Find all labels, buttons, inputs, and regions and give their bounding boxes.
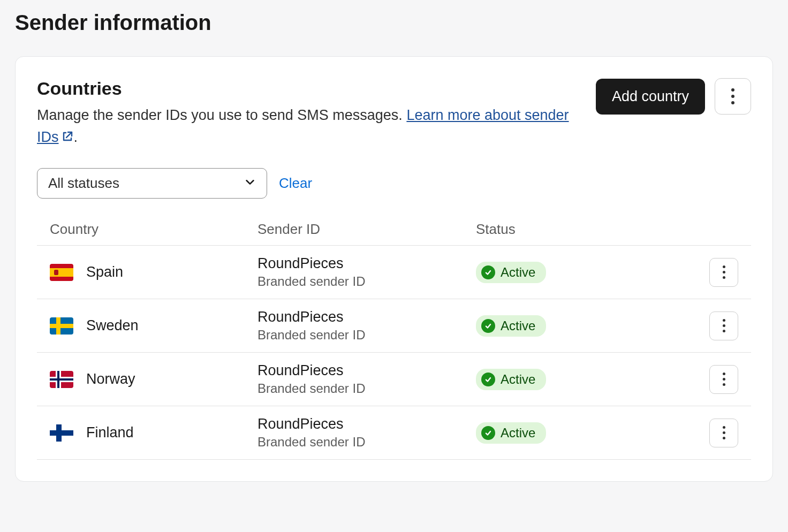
col-status: Status (476, 221, 686, 238)
status-filter-select[interactable]: All statuses (37, 168, 267, 199)
sender-cell: RoundPiecesBranded sender ID (257, 416, 472, 450)
more-vertical-icon (723, 265, 725, 279)
flag-icon (50, 424, 73, 442)
row-actions (690, 258, 738, 287)
country-name: Norway (86, 371, 135, 387)
status-cell: Active (476, 315, 686, 337)
sender-id-value: RoundPieces (257, 309, 472, 325)
card-description-prefix: Manage the sender IDs you use to send SM… (37, 107, 406, 123)
row-actions (690, 311, 738, 340)
sender-id-value: RoundPieces (257, 362, 472, 379)
card-description: Manage the sender IDs you use to send SM… (37, 104, 587, 149)
table-row: SwedenRoundPiecesBranded sender IDActive (37, 299, 751, 353)
country-name: Spain (86, 264, 123, 280)
flag-icon (50, 371, 73, 388)
status-badge: Active (476, 422, 546, 444)
row-actions (690, 419, 738, 447)
card-description-suffix: . (74, 129, 78, 145)
countries-card: Countries Manage the sender IDs you use … (15, 56, 773, 482)
country-cell: Norway (50, 371, 253, 388)
more-vertical-icon (723, 319, 725, 332)
status-cell: Active (476, 262, 686, 283)
col-country: Country (50, 221, 253, 238)
flag-icon (50, 264, 73, 281)
status-text: Active (501, 372, 535, 387)
country-name: Sweden (86, 317, 139, 334)
sender-type-label: Branded sender ID (257, 328, 472, 343)
country-cell: Sweden (50, 317, 253, 335)
filter-row: All statuses Clear (37, 168, 751, 199)
more-vertical-icon (723, 373, 725, 386)
country-cell: Spain (50, 264, 253, 281)
sender-cell: RoundPiecesBranded sender ID (257, 255, 472, 289)
more-vertical-icon (723, 426, 725, 439)
clear-filters-link[interactable]: Clear (279, 175, 312, 192)
sender-type-label: Branded sender ID (257, 435, 472, 450)
col-sender-id: Sender ID (257, 221, 472, 238)
check-circle-icon (481, 426, 495, 440)
status-filter-value: All statuses (48, 175, 119, 192)
chevron-down-icon (244, 175, 256, 192)
table-header: Country Sender ID Status (37, 214, 751, 246)
status-text: Active (501, 318, 535, 333)
sender-type-label: Branded sender ID (257, 381, 472, 396)
card-header-text: Countries Manage the sender IDs you use … (37, 78, 587, 149)
status-badge: Active (476, 262, 546, 283)
country-cell: Finland (50, 424, 253, 442)
check-circle-icon (481, 373, 495, 386)
sender-id-value: RoundPieces (257, 255, 472, 272)
countries-table: Country Sender ID Status SpainRoundPiece… (37, 214, 751, 460)
status-text: Active (501, 425, 535, 440)
card-more-actions-button[interactable] (715, 78, 751, 115)
sender-id-value: RoundPieces (257, 416, 472, 432)
page-title: Sender information (15, 11, 773, 35)
external-link-icon (61, 127, 74, 149)
check-circle-icon (481, 265, 495, 279)
check-circle-icon (481, 319, 495, 333)
sender-cell: RoundPiecesBranded sender ID (257, 309, 472, 343)
country-name: Finland (86, 424, 134, 441)
status-cell: Active (476, 369, 686, 390)
row-more-actions-button[interactable] (709, 419, 738, 447)
more-vertical-icon (731, 88, 734, 104)
card-header: Countries Manage the sender IDs you use … (37, 78, 751, 149)
flag-icon (50, 317, 73, 335)
row-more-actions-button[interactable] (709, 365, 738, 394)
table-row: FinlandRoundPiecesBranded sender IDActiv… (37, 406, 751, 460)
sender-type-label: Branded sender ID (257, 274, 472, 289)
table-row: NorwayRoundPiecesBranded sender IDActive (37, 353, 751, 406)
table-body: SpainRoundPiecesBranded sender IDActiveS… (37, 246, 751, 460)
table-row: SpainRoundPiecesBranded sender IDActive (37, 246, 751, 299)
status-badge: Active (476, 315, 546, 337)
sender-cell: RoundPiecesBranded sender ID (257, 362, 472, 396)
status-cell: Active (476, 422, 686, 444)
status-text: Active (501, 265, 535, 280)
row-actions (690, 365, 738, 394)
card-title: Countries (37, 78, 587, 99)
card-header-actions: Add country (596, 78, 751, 115)
row-more-actions-button[interactable] (709, 258, 738, 287)
add-country-button[interactable]: Add country (596, 79, 705, 115)
row-more-actions-button[interactable] (709, 311, 738, 340)
status-badge: Active (476, 369, 546, 390)
